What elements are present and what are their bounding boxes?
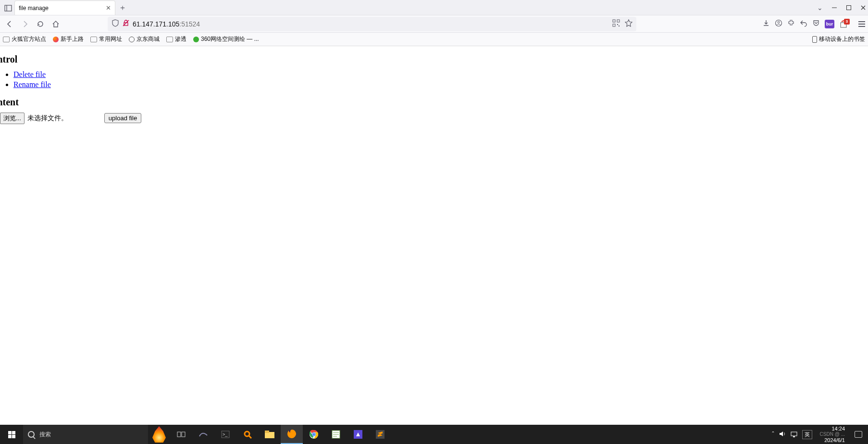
extension-burp-icon[interactable]: bur (825, 20, 834, 28)
taskbar-app-terminal[interactable]: >_ (214, 425, 236, 444)
svg-rect-10 (613, 24, 615, 26)
bookmark-star-icon[interactable] (625, 19, 632, 28)
window-maximize-button[interactable] (846, 5, 852, 11)
bookmark-item-getting-started[interactable]: 新手上路 (53, 35, 84, 43)
nav-reload-button[interactable] (34, 17, 47, 31)
taskbar-search[interactable]: 搜索 (23, 425, 148, 444)
extension-badge-count: 3 (844, 19, 850, 25)
bookmark-item-jd[interactable]: 京东商城 (129, 35, 160, 43)
tray-overflow-icon[interactable]: ˆ (772, 431, 774, 438)
page-viewport: Control Delete file Rename file Content … (0, 46, 868, 425)
upload-row: 浏览... 未选择文件。 upload file (0, 113, 863, 124)
taskbar-tray-area: ˆ 英 14:24 CSDN @ ... 2024/6/1 (769, 425, 868, 444)
svg-rect-9 (617, 20, 620, 22)
taskbar-pinned-apps: >_ (170, 425, 391, 444)
new-tab-button[interactable]: ＋ (115, 0, 130, 15)
toolbar-right: bur 3 (762, 19, 865, 28)
svg-point-20 (245, 431, 249, 436)
watermark-text: CSDN @ ... (820, 431, 845, 437)
svg-text:>_: >_ (223, 432, 228, 437)
taskbar-taskview[interactable] (170, 425, 192, 444)
url-host: 61.147.171.105 (133, 20, 179, 28)
ime-indicator[interactable]: 英 (802, 430, 812, 439)
taskbar-flame-app[interactable] (148, 425, 170, 444)
list-all-tabs-button[interactable]: ⌄ (817, 4, 823, 12)
search-icon (28, 431, 35, 438)
window-close-button[interactable] (860, 5, 866, 11)
url-port: :51524 (179, 20, 200, 28)
bookmark-item-firefox-official[interactable]: 火狐官方站点 (3, 35, 46, 43)
tab-close-icon[interactable]: ✕ (106, 4, 111, 12)
bookmark-item-common-sites[interactable]: 常用网址 (90, 35, 122, 43)
taskbar-app-firefox[interactable] (281, 425, 303, 444)
browser-tab-active[interactable]: file manage ✕ (14, 0, 115, 15)
notification-icon (855, 431, 862, 438)
tab-title: file manage (19, 5, 49, 12)
taskbar-app-notepadpp[interactable] (325, 425, 347, 444)
taskbar-app-explorer[interactable] (259, 425, 281, 444)
tray-volume-icon[interactable] (779, 431, 786, 439)
mobile-bookmarks-button[interactable]: 移动设备上的书签 (812, 35, 865, 43)
url-text: 61.147.171.105:51524 (133, 20, 200, 28)
nav-home-button[interactable] (49, 17, 62, 31)
svg-rect-3 (847, 6, 851, 10)
heading-content: Content (0, 97, 863, 108)
file-input-status: 未选择文件。 (27, 114, 68, 123)
svg-rect-23 (265, 431, 269, 433)
start-button[interactable] (0, 425, 23, 444)
svg-rect-17 (182, 432, 185, 437)
taskbar-app-burp[interactable] (347, 425, 369, 444)
windows-logo-icon (8, 431, 15, 438)
action-center-button[interactable] (849, 425, 868, 444)
heading-control: Control (0, 54, 863, 65)
tabstrip-window-controls: ⌄ (817, 0, 866, 15)
url-bar[interactable]: 61.147.171.105:51524 (108, 17, 636, 31)
svg-rect-12 (619, 25, 620, 26)
svg-line-21 (249, 436, 251, 438)
svg-point-29 (313, 433, 315, 436)
nav-back-button[interactable] (3, 17, 16, 31)
link-delete-file[interactable]: Delete file (13, 70, 46, 78)
taskbar-app-kali[interactable] (192, 425, 214, 444)
svg-rect-0 (5, 5, 12, 11)
clock-date: 2024/6/1 (824, 437, 845, 444)
downloads-icon[interactable] (762, 19, 770, 28)
app-menu-button[interactable] (858, 21, 865, 27)
pocket-icon[interactable] (812, 19, 820, 28)
svg-point-14 (778, 21, 780, 23)
flame-icon (152, 426, 166, 443)
file-browse-button[interactable]: 浏览... (0, 113, 25, 124)
bookmark-item-pentest[interactable]: 渗透 (166, 35, 186, 43)
qr-icon[interactable] (612, 19, 620, 28)
bookmark-item-360[interactable]: 360网络空间测绘 — ... (193, 35, 259, 43)
control-list: Delete file Rename file (13, 70, 863, 90)
clock-time: 14:24 (831, 426, 845, 432)
sidebar-toggle-button[interactable] (2, 1, 14, 15)
browser-tab-strip: file manage ✕ ＋ ⌄ (0, 0, 868, 15)
upload-file-button[interactable]: upload file (104, 113, 141, 123)
system-tray[interactable]: ˆ 英 (769, 430, 816, 439)
svg-rect-11 (617, 24, 618, 25)
tracking-protection-icon[interactable] (112, 19, 119, 28)
folder-icon (3, 37, 10, 42)
mobile-icon (812, 36, 817, 43)
undo-icon[interactable] (800, 19, 807, 28)
taskbar-app-sublime[interactable] (369, 425, 391, 444)
windows-taskbar: 搜索 >_ ˆ 英 14:24 CSDN @ ... 2024/6/1 (0, 425, 868, 444)
taskbar-clock[interactable]: 14:24 CSDN @ ... 2024/6/1 (816, 426, 849, 444)
search-placeholder: 搜索 (39, 431, 51, 439)
browser-nav-bar: 61.147.171.105:51524 bur 3 (0, 15, 868, 33)
insecure-site-icon[interactable] (122, 19, 130, 28)
tray-network-icon[interactable] (791, 431, 797, 439)
taskbar-app-chrome[interactable] (303, 425, 325, 444)
globe-icon (129, 37, 135, 42)
nav-forward-button[interactable] (18, 17, 32, 31)
account-icon[interactable] (775, 19, 782, 28)
taskbar-app-everything[interactable] (236, 425, 259, 444)
extension-hackbar-icon[interactable]: 3 (839, 20, 849, 28)
extensions-icon[interactable] (787, 19, 795, 28)
link-rename-file[interactable]: Rename file (13, 80, 51, 89)
bookmarks-toolbar: 火狐官方站点 新手上路 常用网址 京东商城 渗透 360网络空间测绘 — ...… (0, 33, 868, 46)
window-minimize-button[interactable] (831, 5, 837, 11)
svg-rect-8 (613, 20, 615, 22)
